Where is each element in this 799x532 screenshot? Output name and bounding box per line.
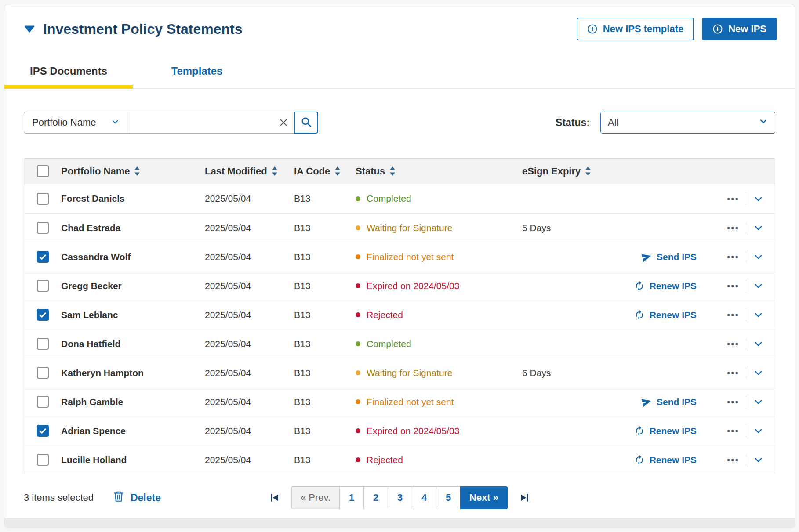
more-actions-icon[interactable]: ••• xyxy=(727,426,739,435)
first-page-icon[interactable] xyxy=(269,492,280,503)
expand-row-icon[interactable] xyxy=(753,368,763,378)
table-footer: 3 items selected Delete « Prev. 12345 Ne… xyxy=(4,474,795,505)
more-actions-icon[interactable]: ••• xyxy=(727,281,739,290)
page-button-3[interactable]: 3 xyxy=(388,486,412,509)
renew-ips-action[interactable]: Renew IPS xyxy=(634,455,697,465)
search-field-dropdown[interactable]: Portfolio Name xyxy=(24,112,127,133)
new-ips-template-button[interactable]: New IPS template xyxy=(577,18,694,40)
expand-row-icon[interactable] xyxy=(753,339,763,349)
row-checkbox[interactable] xyxy=(37,454,49,466)
row-action-label: Renew IPS xyxy=(650,455,697,465)
divider xyxy=(746,454,746,466)
row-checkbox[interactable] xyxy=(37,222,49,234)
column-header-status[interactable]: Status xyxy=(356,166,522,177)
tab-ips-documents[interactable]: IPS Documents xyxy=(4,58,133,88)
column-label: Last Modified xyxy=(205,166,267,177)
expand-row-icon[interactable] xyxy=(753,426,763,436)
row-checkbox[interactable] xyxy=(37,251,49,263)
divider xyxy=(746,309,746,321)
status-filter-dropdown[interactable]: All xyxy=(600,112,775,134)
row-action-label: Send IPS xyxy=(657,397,697,407)
portfolio-name-cell: Sam Leblanc xyxy=(61,310,205,320)
status-cell: Rejected xyxy=(356,455,522,465)
chevron-down-icon xyxy=(759,117,768,128)
send-ips-action[interactable]: Send IPS xyxy=(641,397,697,407)
expand-row-icon[interactable] xyxy=(753,252,763,262)
ia-code-cell: B13 xyxy=(294,397,356,407)
delete-button[interactable]: Delete xyxy=(113,490,161,505)
row-checkbox[interactable] xyxy=(37,425,49,437)
more-actions-icon[interactable]: ••• xyxy=(727,223,739,232)
expand-row-icon[interactable] xyxy=(753,194,763,204)
search-input[interactable] xyxy=(127,112,272,133)
send-ips-action[interactable]: Send IPS xyxy=(641,252,697,262)
search-button[interactable] xyxy=(294,112,318,134)
renew-ips-action[interactable]: Renew IPS xyxy=(634,310,697,320)
ia-code-cell: B13 xyxy=(294,281,356,291)
row-checkbox[interactable] xyxy=(37,193,49,205)
prev-page-button[interactable]: « Prev. xyxy=(291,486,340,509)
more-actions-icon[interactable]: ••• xyxy=(727,310,739,319)
new-ips-template-label: New IPS template xyxy=(603,23,683,35)
status-text: Rejected xyxy=(367,310,403,320)
ia-code-cell: B13 xyxy=(294,310,356,320)
column-label: Status xyxy=(356,166,385,177)
portfolio-name-cell: Dona Hatfield xyxy=(61,339,205,349)
delete-label: Delete xyxy=(131,492,161,504)
column-header-portfolio-name[interactable]: Portfolio Name xyxy=(61,166,205,177)
expand-row-icon[interactable] xyxy=(753,397,763,407)
status-cell: Expired on 2024/05/03 xyxy=(356,426,522,436)
new-ips-button[interactable]: New IPS xyxy=(702,18,777,40)
renew-icon xyxy=(634,310,645,320)
next-page-button[interactable]: Next » xyxy=(460,486,508,509)
expand-row-icon[interactable] xyxy=(753,281,763,291)
status-cell: Completed xyxy=(356,193,522,204)
status-dot-icon xyxy=(356,428,360,433)
more-actions-icon[interactable]: ••• xyxy=(727,455,739,464)
status-cell: Completed xyxy=(356,339,522,349)
select-all-checkbox[interactable] xyxy=(37,165,49,177)
ia-code-cell: B13 xyxy=(294,339,356,349)
column-header-ia-code[interactable]: IA Code xyxy=(294,166,356,177)
last-page-icon[interactable] xyxy=(519,492,530,503)
collapse-section-icon[interactable] xyxy=(24,25,35,33)
status-text: Waiting for Signature xyxy=(367,223,452,233)
row-checkbox[interactable] xyxy=(37,396,49,408)
renew-ips-action[interactable]: Renew IPS xyxy=(634,426,697,436)
page-button-1[interactable]: 1 xyxy=(339,486,364,509)
row-checkbox[interactable] xyxy=(37,280,49,292)
page-button-4[interactable]: 4 xyxy=(412,486,436,509)
last-modified-cell: 2025/05/04 xyxy=(205,252,294,262)
portfolio-name-cell: Adrian Spence xyxy=(61,426,205,436)
expand-row-icon[interactable] xyxy=(753,310,763,320)
portfolio-name-cell: Chad Estrada xyxy=(61,223,205,233)
plus-circle-icon xyxy=(712,24,723,34)
row-checkbox[interactable] xyxy=(37,338,49,350)
page-button-5[interactable]: 5 xyxy=(436,486,461,509)
more-actions-icon[interactable]: ••• xyxy=(727,339,739,348)
status-cell: Rejected xyxy=(356,310,522,320)
more-actions-icon[interactable]: ••• xyxy=(727,194,739,203)
page-header: Investment Policy Statements New IPS tem… xyxy=(4,4,795,40)
column-header-esign-expiry[interactable]: eSign Expiry xyxy=(522,166,614,177)
renew-ips-action[interactable]: Renew IPS xyxy=(634,281,697,291)
sort-icon xyxy=(389,166,396,176)
table-row: Lucille Holland 2025/05/04 B13 Rejected … xyxy=(24,445,775,474)
ia-code-cell: B13 xyxy=(294,368,356,378)
expand-row-icon[interactable] xyxy=(753,223,763,233)
pagination: « Prev. 12345 Next » xyxy=(269,486,530,509)
more-actions-icon[interactable]: ••• xyxy=(727,252,739,261)
page-button-2[interactable]: 2 xyxy=(363,486,388,509)
expand-row-icon[interactable] xyxy=(753,455,763,465)
sort-icon xyxy=(134,166,140,176)
tab-templates[interactable]: Templates xyxy=(133,58,261,88)
more-actions-icon[interactable]: ••• xyxy=(727,397,739,406)
column-header-last-modified[interactable]: Last Modified xyxy=(205,166,294,177)
row-checkbox[interactable] xyxy=(37,309,49,321)
more-actions-icon[interactable]: ••• xyxy=(727,368,739,377)
send-icon xyxy=(641,252,652,262)
last-modified-cell: 2025/05/04 xyxy=(205,397,294,407)
clear-search-icon[interactable] xyxy=(272,118,294,127)
row-checkbox[interactable] xyxy=(37,367,49,379)
renew-icon xyxy=(634,455,645,465)
